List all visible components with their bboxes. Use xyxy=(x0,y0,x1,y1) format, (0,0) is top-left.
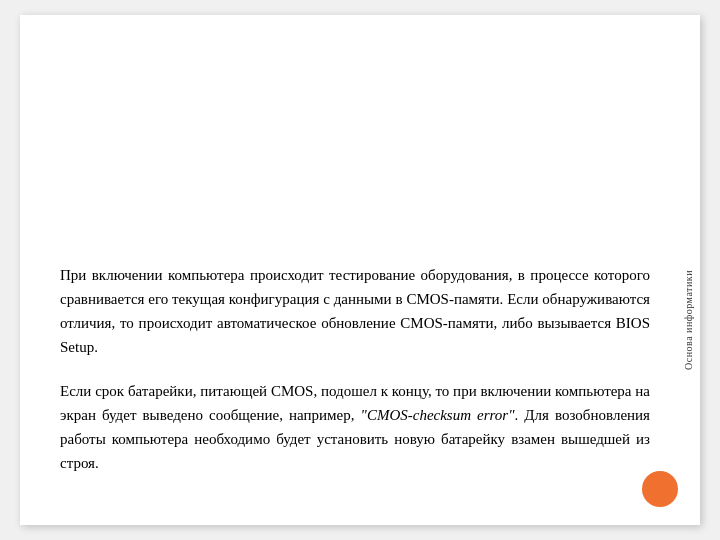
side-label: Основа информатики xyxy=(683,270,694,370)
slide-container: Основа информатики При включении компьют… xyxy=(20,15,700,525)
paragraph-1-text: При включении компьютера происходит тест… xyxy=(60,267,650,355)
orange-circle-decoration xyxy=(642,471,678,507)
paragraph-2: Если срок батарейки, питающей CMOS, подо… xyxy=(60,379,650,475)
content-area: При включении компьютера происходит тест… xyxy=(60,55,650,485)
paragraph-2-italic: "CMOS-checksum error" xyxy=(361,407,515,423)
paragraph-1: При включении компьютера происходит тест… xyxy=(60,263,650,359)
